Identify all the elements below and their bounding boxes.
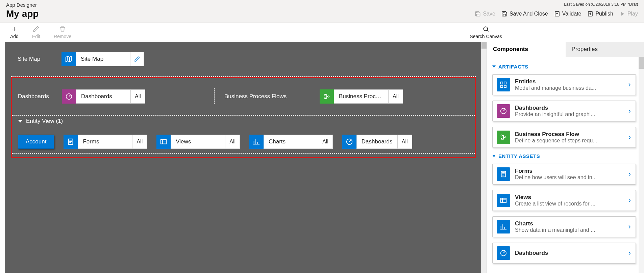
edit-button: Edit bbox=[32, 26, 40, 39]
save-button: Save bbox=[475, 11, 495, 17]
panel-scrollbar[interactable] bbox=[639, 57, 644, 273]
tab-properties[interactable]: Properties bbox=[566, 42, 644, 57]
views-icon bbox=[497, 194, 510, 207]
publish-icon bbox=[587, 11, 593, 17]
account-entity-button[interactable]: Account bbox=[18, 135, 54, 149]
entities-icon bbox=[497, 78, 510, 91]
add-button[interactable]: Add bbox=[10, 26, 19, 39]
highlighted-region: Dashboards Dashboards All Business Proce… bbox=[11, 77, 476, 158]
divider bbox=[12, 115, 475, 116]
card-views[interactable]: Views Create a list view of records for … bbox=[492, 190, 636, 211]
forms-tile[interactable]: Forms All bbox=[78, 135, 147, 149]
bpf-icon bbox=[497, 131, 510, 144]
caret-down-icon bbox=[492, 155, 496, 157]
svg-point-2 bbox=[484, 27, 488, 31]
entity-dashboards-all[interactable]: All bbox=[397, 135, 412, 148]
search-canvas-button[interactable]: Search Canvas bbox=[470, 26, 502, 39]
svg-point-6 bbox=[328, 96, 329, 97]
card-asset-dashboards[interactable]: Dashboards › bbox=[492, 243, 636, 264]
toolbar: Add Edit Remove Search Canvas bbox=[0, 23, 644, 42]
entity-dashboards-tile[interactable]: Dashboards All bbox=[356, 135, 412, 149]
save-icon bbox=[475, 11, 481, 17]
svg-point-17 bbox=[505, 137, 506, 138]
card-charts[interactable]: Charts Show data in a meaningful and ...… bbox=[492, 216, 636, 237]
forms-icon bbox=[64, 135, 78, 149]
chevron-right-icon: › bbox=[628, 170, 631, 178]
svg-rect-8 bbox=[161, 140, 167, 144]
sitemap-icon bbox=[61, 52, 76, 66]
divider bbox=[11, 76, 476, 77]
caret-down-icon bbox=[18, 120, 23, 122]
validate-button[interactable]: Validate bbox=[554, 11, 581, 17]
publish-button[interactable]: Publish bbox=[587, 11, 613, 17]
forms-all[interactable]: All bbox=[132, 135, 147, 148]
chevron-right-icon: › bbox=[628, 196, 631, 205]
sitemap-label: Site Map bbox=[18, 56, 61, 62]
svg-rect-12 bbox=[501, 85, 503, 87]
dashboard-icon bbox=[62, 89, 76, 104]
page-title: My app bbox=[6, 8, 39, 19]
card-forms[interactable]: Forms Define how users will see and in..… bbox=[492, 164, 636, 185]
artifacts-group-header[interactable]: ARTIFACTS bbox=[492, 64, 636, 70]
card-entities[interactable]: Entities Model and manage business da...… bbox=[492, 74, 636, 95]
entity-assets-group-header[interactable]: ENTITY ASSETS bbox=[492, 153, 636, 159]
pencil-icon bbox=[33, 26, 40, 32]
bpf-all[interactable]: All bbox=[388, 90, 403, 103]
divider bbox=[12, 153, 475, 154]
svg-rect-13 bbox=[504, 85, 506, 87]
sitemap-tile[interactable]: Site Map bbox=[76, 52, 130, 66]
svg-point-16 bbox=[501, 139, 502, 140]
chevron-right-icon: › bbox=[628, 133, 631, 142]
remove-button: Remove bbox=[54, 26, 71, 39]
pencil-icon bbox=[134, 56, 140, 62]
page-subtitle: App Designer bbox=[6, 2, 39, 8]
design-canvas[interactable]: Site Map Site Map bbox=[5, 42, 482, 273]
charts-all[interactable]: All bbox=[318, 135, 332, 148]
chevron-right-icon: › bbox=[628, 107, 631, 115]
header-bar: App Designer My app Last Saved on :6/20/… bbox=[0, 0, 644, 23]
dashboard-icon bbox=[497, 104, 510, 118]
chevron-right-icon: › bbox=[628, 222, 631, 231]
validate-icon bbox=[554, 11, 560, 17]
dashboard-icon bbox=[497, 246, 510, 260]
dashboards-label: Dashboards bbox=[18, 93, 62, 100]
play-button: Play bbox=[619, 11, 638, 17]
charts-icon bbox=[497, 220, 510, 233]
charts-tile[interactable]: Charts All bbox=[264, 135, 333, 149]
plus-icon bbox=[11, 26, 18, 32]
card-dashboards[interactable]: Dashboards Provide an insightful and gra… bbox=[492, 101, 636, 121]
card-bpf[interactable]: Business Process Flow Define a sequence … bbox=[492, 127, 636, 148]
vertical-divider bbox=[214, 88, 215, 105]
caret-down-icon bbox=[492, 65, 496, 68]
entity-dashboards-icon bbox=[342, 135, 356, 149]
tab-components[interactable]: Components bbox=[487, 42, 566, 57]
dashboards-tile[interactable]: Dashboards All bbox=[76, 89, 145, 104]
svg-point-4 bbox=[324, 94, 326, 95]
svg-point-15 bbox=[501, 135, 502, 136]
bpf-icon bbox=[320, 89, 334, 104]
last-saved-text: Last Saved on :6/20/2019 3:16 PM *Draft bbox=[475, 2, 638, 7]
svg-rect-11 bbox=[504, 82, 506, 84]
bpf-tile[interactable]: Business Proces... All bbox=[334, 89, 403, 104]
views-tile[interactable]: Views All bbox=[171, 135, 240, 149]
save-close-icon bbox=[501, 11, 507, 17]
svg-rect-10 bbox=[501, 82, 503, 84]
canvas-scrollbar[interactable] bbox=[481, 42, 487, 273]
save-and-close-button[interactable]: Save And Close bbox=[501, 11, 548, 17]
search-icon bbox=[482, 26, 489, 32]
forms-icon bbox=[497, 167, 510, 181]
trash-icon bbox=[59, 26, 66, 32]
views-icon bbox=[156, 135, 171, 149]
play-icon bbox=[619, 11, 625, 17]
chevron-right-icon: › bbox=[628, 80, 631, 89]
views-all[interactable]: All bbox=[225, 135, 240, 148]
svg-point-5 bbox=[324, 98, 326, 99]
chevron-right-icon: › bbox=[628, 249, 631, 257]
dashboards-all[interactable]: All bbox=[130, 90, 145, 103]
right-panel: Components Properties ARTIFACTS Entities… bbox=[487, 42, 644, 273]
charts-icon bbox=[249, 135, 264, 149]
sitemap-edit-button[interactable] bbox=[130, 52, 144, 66]
entity-view-header[interactable]: Entity View (1) bbox=[12, 116, 475, 135]
svg-rect-19 bbox=[501, 198, 506, 203]
bpf-label: Business Process Flows bbox=[218, 93, 320, 100]
